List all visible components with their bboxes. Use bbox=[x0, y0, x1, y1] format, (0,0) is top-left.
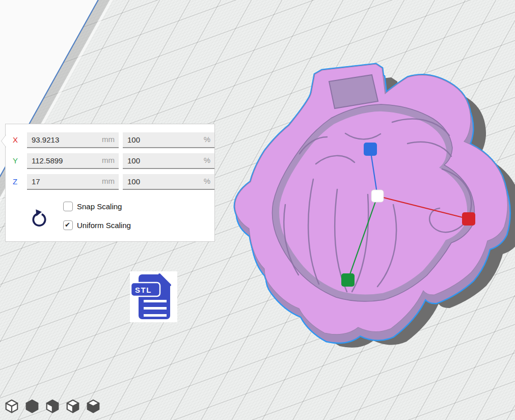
scale-y-mm-input[interactable] bbox=[27, 153, 119, 168]
snap-scaling-checkbox[interactable] bbox=[63, 202, 73, 211]
reset-scale-button[interactable] bbox=[31, 208, 48, 228]
scale-handle-x[interactable] bbox=[462, 212, 475, 226]
scale-z-mm-input[interactable] bbox=[27, 174, 119, 189]
view-top-button[interactable] bbox=[45, 399, 60, 414]
view-3d-button[interactable] bbox=[4, 399, 19, 414]
view-right-button[interactable] bbox=[86, 399, 101, 414]
scale-z-percent-input[interactable] bbox=[123, 174, 214, 189]
axis-label-x: X bbox=[13, 132, 25, 148]
scale-handle-y[interactable] bbox=[341, 273, 355, 287]
view-left-button[interactable] bbox=[65, 399, 80, 414]
viewport-3d: X mm % Y mm % Z mm bbox=[0, 0, 515, 420]
scale-handle-z[interactable] bbox=[364, 143, 377, 156]
stl-file-icon: STL bbox=[130, 271, 177, 322]
cube-top-face-icon bbox=[86, 399, 101, 414]
stl-label: STL bbox=[135, 286, 152, 294]
uniform-scaling-label: Uniform Scaling bbox=[77, 221, 131, 230]
cube-front-face-icon bbox=[45, 399, 60, 414]
scale-handle-center[interactable] bbox=[371, 190, 384, 202]
uniform-scaling-checkbox[interactable] bbox=[63, 220, 73, 230]
scale-tool-panel: X mm % Y mm % Z mm bbox=[5, 124, 215, 242]
scale-x-mm-input[interactable] bbox=[27, 132, 119, 147]
model-stl1131[interactable] bbox=[235, 64, 515, 348]
axis-label-y: Y bbox=[13, 153, 25, 169]
reset-arrow-icon bbox=[31, 208, 48, 228]
snap-scaling-label: Snap Scaling bbox=[77, 202, 122, 211]
scale-y-percent-input[interactable] bbox=[123, 153, 214, 168]
cube-solid-icon bbox=[24, 399, 40, 414]
axis-label-z: Z bbox=[13, 174, 25, 189]
stl-file-thumbnail[interactable]: STL bbox=[130, 271, 177, 322]
cube-wireframe-icon bbox=[4, 399, 19, 414]
panel-notch bbox=[1, 134, 6, 148]
scale-x-percent-input[interactable] bbox=[123, 132, 214, 147]
view-front-button[interactable] bbox=[24, 399, 40, 414]
cube-top-front-face-icon bbox=[65, 399, 80, 414]
object-list-panel: Object list STL1131 93.9 x 112.6 x 17.0 … bbox=[0, 341, 132, 392]
